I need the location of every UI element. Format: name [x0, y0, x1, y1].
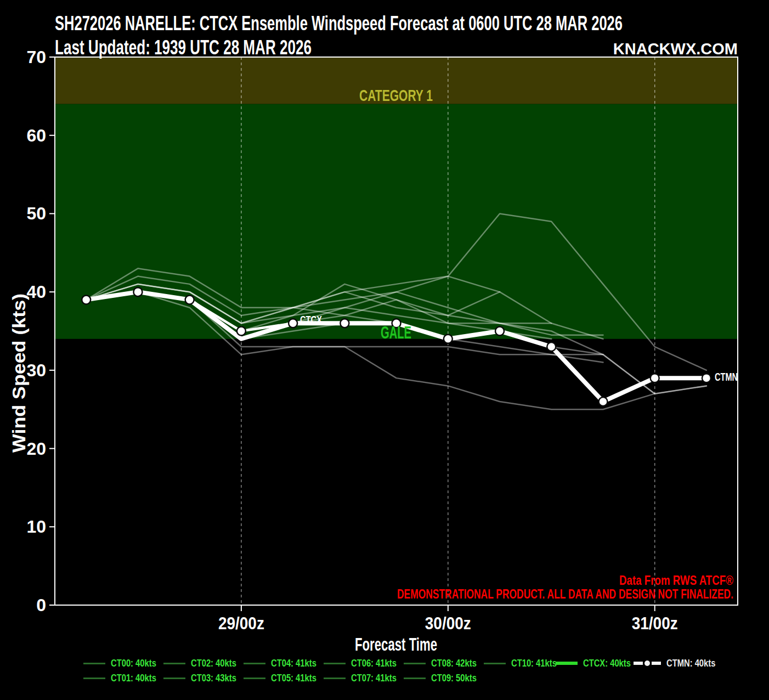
x-tick-label: 31/00z	[632, 613, 678, 633]
ctcx-line-label: CTCX	[300, 313, 322, 326]
x-tick-label: 29/00z	[218, 613, 264, 633]
ctmn-marker	[444, 335, 453, 343]
y-tick-label: 20	[26, 439, 46, 459]
y-tick-label: 10	[26, 517, 46, 537]
brand-label: KNACKWX.COM	[613, 40, 738, 58]
ctmn-marker	[133, 287, 142, 296]
x-axis-title: Forecast Time	[355, 634, 437, 654]
y-tick-label: 70	[26, 47, 46, 67]
disclaimer: DEMONSTRATIONAL PRODUCT. ALL DATA AND DE…	[397, 587, 733, 601]
ctmn-line-label: CTMN	[715, 370, 738, 383]
data-credit: Data From RWS ATCF®	[619, 573, 733, 588]
band-gale	[55, 104, 738, 339]
y-tick-label: 50	[26, 204, 46, 223]
gale-label: GALE	[381, 323, 411, 342]
ctmn-marker	[82, 295, 91, 304]
y-axis-title: Wind Speed (kts)	[9, 293, 29, 453]
ctmn-marker	[289, 319, 297, 328]
y-tick-label: 30	[26, 360, 46, 380]
y-tick-label: 0	[36, 595, 46, 615]
ctmn-marker	[495, 327, 504, 336]
page-subtitle: Last Updated: 1939 UTC 28 MAR 2026	[55, 36, 312, 59]
ctmn-marker	[340, 319, 349, 328]
ctmn-marker	[702, 374, 711, 382]
windspeed-forecast-page: { "header": { "title_line1": "SH272026 N…	[0, 0, 769, 700]
ctmn-marker	[651, 374, 659, 382]
ctmn-marker	[547, 342, 556, 351]
page-title: SH272026 NARELLE: CTCX Ensemble Windspee…	[55, 12, 623, 35]
ctmn-marker	[185, 295, 194, 304]
category1-label: CATEGORY 1	[359, 86, 433, 104]
x-tick-label: 30/00z	[425, 613, 471, 633]
y-tick-label: 60	[26, 126, 46, 145]
ctmn-marker	[599, 397, 608, 406]
ctmn-marker	[237, 327, 246, 336]
windspeed-chart: 01020304050607029/00z30/00z31/00z SH2720…	[0, 0, 769, 700]
y-tick-label: 40	[26, 282, 46, 302]
